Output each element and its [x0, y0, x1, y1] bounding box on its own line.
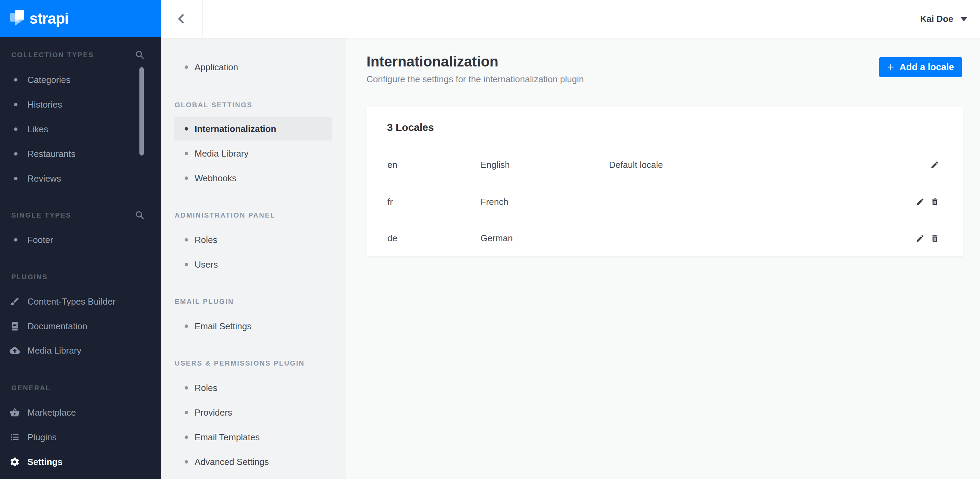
section-header-collection-types: COLLECTION TYPES [11, 46, 94, 64]
bullet-icon [185, 152, 188, 155]
locale-code: de [387, 220, 397, 256]
gear-icon [10, 457, 20, 467]
bullet-icon [14, 177, 18, 180]
basket-icon [10, 407, 20, 418]
paintbrush-icon [10, 296, 20, 307]
topbar: Kai Doe [161, 0, 980, 38]
locale-default-badge: Default locale [609, 146, 663, 183]
sidebar-item-documentation[interactable]: Documentation [0, 317, 161, 335]
bullet-icon [185, 263, 188, 266]
settings-sidebar: Application GLOBAL SETTINGS Internationa… [161, 38, 346, 479]
locale-name: French [480, 183, 508, 220]
bullet-icon [185, 386, 188, 390]
locale-name: English [480, 146, 510, 183]
bullet-icon [14, 152, 18, 156]
bullet-icon [185, 411, 188, 414]
caret-down-icon [960, 17, 968, 21]
edit-locale-button[interactable] [914, 232, 926, 244]
settings-item-webhooks[interactable]: Webhooks [161, 169, 346, 187]
sidebar-item-content-types-builder[interactable]: Content-Types Builder [0, 293, 161, 310]
sidebar-item-media-library[interactable]: Media Library [0, 342, 161, 360]
user-menu[interactable]: Kai Doe [920, 0, 968, 38]
edit-locale-button[interactable] [929, 159, 940, 170]
settings-item-providers[interactable]: Providers [161, 404, 346, 422]
section-header-plugins: PLUGINS [11, 268, 48, 286]
settings-item-admin-roles[interactable]: Roles [161, 231, 346, 249]
sidebar-item-footer[interactable]: Footer [0, 231, 161, 249]
delete-locale-button[interactable] [929, 232, 940, 244]
bullet-icon [14, 238, 18, 242]
settings-item-internationalization[interactable]: Internationalization [173, 117, 332, 140]
strapi-logo-text: strapi [29, 0, 68, 37]
pencil-icon [916, 234, 924, 243]
locales-card: 3 Locales en English Default locale fr F… [366, 107, 963, 256]
sidebar-item-histories[interactable]: Histories [0, 95, 161, 113]
section-header-email-plugin: EMAIL PLUGIN [175, 293, 234, 310]
sidebar-item-likes[interactable]: Likes [0, 120, 161, 138]
settings-item-application[interactable]: Application [161, 58, 346, 76]
settings-item-up-roles[interactable]: Roles [161, 379, 346, 397]
locale-row-fr: fr French [366, 183, 963, 220]
section-header-users-permissions-plugin: USERS & PERMISSIONS PLUGIN [175, 354, 305, 372]
settings-item-email-templates[interactable]: Email Templates [161, 428, 346, 446]
bullet-icon [14, 103, 18, 106]
locale-code: fr [387, 183, 393, 220]
book-icon [10, 321, 20, 331]
back-chevron-icon [175, 12, 188, 25]
main-content: Internationalization Configure the setti… [346, 38, 980, 479]
cloud-upload-icon [10, 345, 20, 356]
trash-icon [930, 197, 939, 206]
search-icon[interactable] [135, 206, 145, 224]
bullet-icon [14, 127, 18, 131]
settings-item-advanced-settings[interactable]: Advanced Settings [161, 453, 346, 471]
section-header-single-types: SINGLE TYPES [11, 206, 72, 224]
page-title: Internationalization [366, 53, 498, 71]
main-sidebar: strapi COLLECTION TYPES Categories Histo… [0, 0, 161, 479]
bullet-icon [185, 436, 188, 439]
search-icon[interactable] [135, 46, 145, 64]
settings-item-admin-users[interactable]: Users [161, 256, 346, 274]
user-name: Kai Doe [920, 14, 953, 24]
pencil-icon [916, 197, 924, 206]
bullet-icon [185, 460, 188, 463]
list-icon [10, 432, 20, 442]
settings-item-email-settings[interactable]: Email Settings [161, 317, 346, 335]
bullet-icon [185, 127, 188, 130]
bullet-icon [185, 65, 188, 69]
strapi-logo[interactable]: strapi [0, 0, 161, 37]
bullet-icon [185, 177, 188, 180]
section-header-global-settings: GLOBAL SETTINGS [175, 96, 253, 114]
back-button[interactable] [161, 0, 203, 38]
sidebar-item-settings[interactable]: Settings [0, 453, 161, 471]
section-header-administration-panel: ADMINISTRATION PANEL [175, 206, 275, 224]
page-subtitle: Configure the settings for the internati… [366, 73, 584, 85]
locale-row-de: de German [366, 220, 963, 256]
sidebar-item-categories[interactable]: Categories [0, 71, 161, 89]
plus-icon: + [887, 61, 894, 73]
sidebar-item-restaurants[interactable]: Restaurants [0, 145, 161, 163]
locale-name: German [480, 220, 513, 256]
bullet-icon [14, 78, 18, 81]
strapi-logo-icon [10, 10, 26, 26]
add-locale-button[interactable]: + Add a locale [879, 57, 962, 77]
section-header-general: GENERAL [11, 379, 51, 397]
locales-card-title: 3 Locales [387, 121, 434, 134]
settings-item-media-library[interactable]: Media Library [161, 145, 346, 162]
pencil-icon [930, 160, 939, 169]
locale-row-en: en English Default locale [366, 146, 963, 183]
locale-code: en [387, 146, 397, 183]
delete-locale-button[interactable] [929, 196, 940, 208]
sidebar-item-marketplace[interactable]: Marketplace [0, 404, 161, 422]
sidebar-item-reviews[interactable]: Reviews [0, 170, 161, 188]
sidebar-item-plugins[interactable]: Plugins [0, 428, 161, 446]
bullet-icon [185, 238, 188, 242]
bullet-icon [185, 325, 188, 328]
trash-icon [930, 234, 939, 243]
edit-locale-button[interactable] [914, 196, 926, 208]
